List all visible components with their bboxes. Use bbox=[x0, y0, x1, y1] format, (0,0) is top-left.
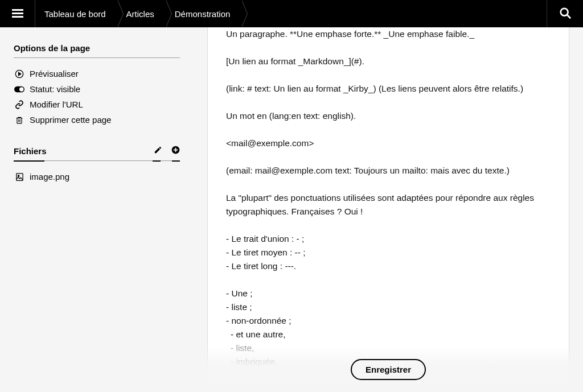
page-options-list: Prévisualiser Statut: visible Modifier l… bbox=[14, 66, 180, 127]
main: Un paragraphe. **Une emphase forte.** _U… bbox=[194, 27, 583, 392]
search-toggle[interactable] bbox=[547, 0, 583, 27]
editor-line: Un paragraphe. **Une emphase forte.** _U… bbox=[226, 27, 551, 41]
editor-line: - non-ordonnée ; bbox=[226, 314, 551, 328]
edit-icon bbox=[154, 146, 162, 156]
files-actions bbox=[154, 146, 180, 156]
file-label: image.png bbox=[30, 172, 69, 181]
svg-point-3 bbox=[560, 8, 568, 15]
editor-line: <mail@exemple.com> bbox=[226, 137, 551, 150]
editor-paragraph: (link: # text: Un lien au format _Kirby_… bbox=[226, 82, 551, 96]
svg-rect-1 bbox=[12, 13, 23, 14]
editor-line: - liste, bbox=[226, 341, 551, 355]
option-label: Supprimer cette page bbox=[30, 115, 111, 125]
search-icon bbox=[559, 7, 572, 21]
editor-line: - Le tiret long : ---. bbox=[226, 259, 551, 273]
breadcrumb-item-dashboard[interactable]: Tableau de bord bbox=[35, 0, 117, 27]
svg-rect-2 bbox=[12, 16, 23, 18]
svg-rect-14 bbox=[175, 148, 176, 152]
breadcrumb: Tableau de bord Articles Démonstration bbox=[35, 0, 547, 27]
editor-line: - Le trait d'union : - ; bbox=[226, 232, 551, 246]
svg-rect-0 bbox=[12, 9, 23, 11]
editor-line: La "plupart" des ponctuations utilisées … bbox=[226, 191, 551, 218]
editor-line: Un mot en (lang:en text: english). bbox=[226, 109, 551, 123]
svg-line-4 bbox=[566, 14, 570, 18]
link-icon bbox=[14, 100, 25, 109]
files-title: Fichiers bbox=[14, 146, 47, 156]
editor-line: [Un lien au format _Markdown_](#). bbox=[226, 55, 551, 68]
editor-paragraph: Un paragraphe. **Une emphase forte.** _U… bbox=[226, 27, 551, 41]
svg-rect-15 bbox=[16, 173, 22, 180]
svg-rect-9 bbox=[17, 118, 22, 123]
option-preview[interactable]: Prévisualiser bbox=[14, 66, 180, 81]
breadcrumb-label: Articles bbox=[126, 9, 154, 19]
trash-icon bbox=[14, 115, 25, 125]
menu-icon bbox=[12, 7, 23, 20]
editor-paragraph: <mail@exemple.com> bbox=[226, 137, 551, 150]
save-button[interactable]: Enregistrer bbox=[351, 359, 426, 380]
editor-paragraph: (email: mail@exemple.com text: Toujours … bbox=[226, 164, 551, 178]
breadcrumb-label: Démonstration bbox=[175, 9, 231, 19]
toggle-on-icon bbox=[14, 85, 25, 94]
files-header: Fichiers bbox=[14, 146, 180, 156]
topbar: Tableau de bord Articles Démonstration bbox=[0, 0, 583, 27]
divider bbox=[14, 57, 180, 58]
editor-paragraph: [Un lien au format _Markdown_](#). bbox=[226, 55, 551, 68]
svg-point-8 bbox=[19, 87, 24, 92]
svg-marker-6 bbox=[19, 72, 21, 75]
editor-line: (email: mail@exemple.com text: Toujours … bbox=[226, 164, 551, 178]
breadcrumb-item-articles[interactable]: Articles bbox=[117, 0, 166, 27]
add-icon bbox=[171, 146, 180, 156]
option-status[interactable]: Statut: visible bbox=[14, 81, 180, 97]
editor-line: - liste ; bbox=[226, 300, 551, 314]
divider bbox=[14, 160, 180, 161]
option-label: Prévisualiser bbox=[30, 69, 79, 79]
breadcrumb-label: Tableau de bord bbox=[44, 9, 106, 19]
content-editor[interactable]: Un paragraphe. **Une emphase forte.** _U… bbox=[207, 27, 569, 392]
files-list: image.png bbox=[14, 169, 180, 184]
sidebar: Options de la page Prévisualiser Statut:… bbox=[0, 27, 194, 392]
file-image-icon bbox=[14, 172, 25, 181]
option-label: Statut: visible bbox=[30, 84, 80, 94]
menu-toggle[interactable] bbox=[0, 0, 35, 27]
editor-paragraph: La "plupart" des ponctuations utilisées … bbox=[226, 191, 551, 218]
editor-line: (link: # text: Un lien au format _Kirby_… bbox=[226, 82, 551, 96]
editor-line: - Une ; bbox=[226, 287, 551, 300]
editor-paragraph: - Le trait d'union : - ;- Le tiret moyen… bbox=[226, 232, 551, 273]
option-url[interactable]: Modifier l'URL bbox=[14, 97, 180, 112]
editor-line: - Le tiret moyen : -- ; bbox=[226, 246, 551, 259]
option-label: Modifier l'URL bbox=[30, 100, 83, 109]
layout: Options de la page Prévisualiser Statut:… bbox=[0, 27, 583, 392]
editor-paragraph: Un mot en (lang:en text: english). bbox=[226, 109, 551, 123]
editor-line: - et une autre, bbox=[226, 328, 551, 341]
editor-text[interactable]: Un paragraphe. **Une emphase forte.** _U… bbox=[226, 27, 551, 369]
editor-paragraph: - Une ;- liste ;- non-ordonnée ; - et un… bbox=[226, 287, 551, 369]
file-item[interactable]: image.png bbox=[14, 169, 180, 184]
page-options-title: Options de la page bbox=[14, 43, 180, 53]
add-file-button[interactable] bbox=[171, 146, 180, 156]
edit-files-button[interactable] bbox=[154, 146, 162, 156]
play-circle-icon bbox=[14, 69, 25, 79]
breadcrumb-item-demonstration[interactable]: Démonstration bbox=[166, 0, 242, 27]
svg-point-16 bbox=[18, 175, 19, 176]
option-delete[interactable]: Supprimer cette page bbox=[14, 112, 180, 127]
